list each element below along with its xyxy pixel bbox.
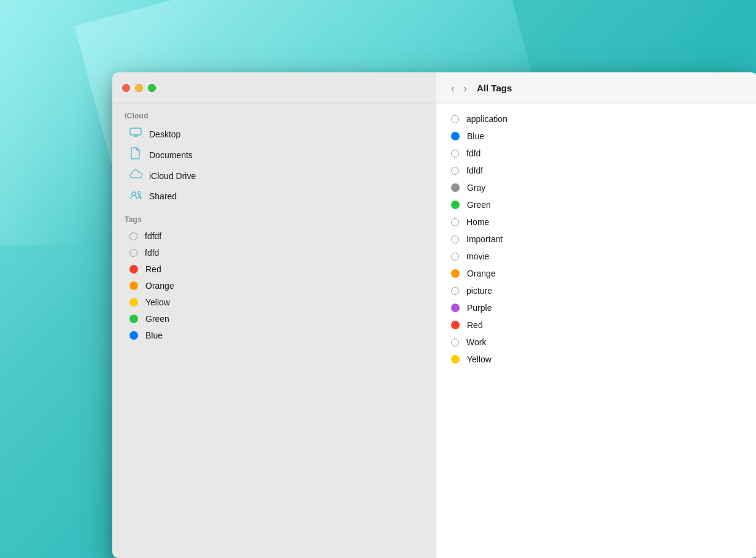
tag-item-movie[interactable]: movie bbox=[436, 248, 756, 265]
all-tags-list: application Blue fdfd fdfdf Gray bbox=[436, 104, 756, 558]
tag-dot-fdfdf-main bbox=[451, 167, 459, 175]
tag-dot-green-main bbox=[451, 201, 460, 209]
tag-item-gray[interactable]: Gray bbox=[436, 179, 756, 196]
sidebar-tag-orange-label: Orange bbox=[145, 281, 174, 291]
titlebar-main: ‹ › All Tags bbox=[436, 72, 756, 104]
tag-label-work: Work bbox=[466, 337, 486, 347]
tag-item-work[interactable]: Work bbox=[436, 334, 756, 351]
sidebar-item-icloud-label: iCloud Drive bbox=[149, 171, 196, 181]
minimize-button[interactable] bbox=[135, 84, 143, 92]
svg-point-3 bbox=[138, 192, 141, 195]
close-button[interactable] bbox=[122, 84, 130, 92]
tag-item-fdfdf[interactable]: fdfdf bbox=[436, 162, 756, 179]
tag-dot-work bbox=[451, 338, 459, 346]
sidebar-tag-fdfdf-label: fdfdf bbox=[145, 231, 161, 241]
svg-rect-1 bbox=[134, 136, 137, 137]
titlebar-sidebar bbox=[112, 72, 436, 104]
sidebar-item-shared[interactable]: $ Shared bbox=[117, 186, 431, 206]
documents-icon bbox=[129, 147, 142, 162]
tag-dot-orange bbox=[129, 281, 138, 290]
sidebar-tag-yellow[interactable]: Yellow bbox=[117, 294, 431, 310]
maximize-button[interactable] bbox=[148, 84, 156, 92]
tag-label-purple: Purple bbox=[467, 303, 492, 313]
tag-label-home: Home bbox=[466, 217, 489, 227]
tag-dot-application bbox=[451, 115, 459, 123]
tag-item-red[interactable]: Red bbox=[436, 316, 756, 334]
tag-label-application: application bbox=[466, 114, 507, 124]
sidebar-item-desktop-label: Desktop bbox=[149, 129, 180, 139]
back-button[interactable]: ‹ bbox=[449, 82, 457, 95]
tag-item-fdfd[interactable]: fdfd bbox=[436, 145, 756, 162]
tag-label-yellow: Yellow bbox=[467, 354, 492, 364]
desktop-icon bbox=[129, 128, 142, 140]
icloud-drive-icon bbox=[129, 169, 142, 182]
sidebar-item-documents-label: Documents bbox=[149, 150, 193, 160]
tag-label-movie: movie bbox=[466, 251, 489, 261]
sidebar-tag-fdfdf[interactable]: fdfdf bbox=[117, 228, 431, 244]
tag-label-green: Green bbox=[467, 200, 491, 210]
tag-dot-yellow-main bbox=[451, 355, 460, 364]
sidebar-tag-blue[interactable]: Blue bbox=[117, 327, 431, 343]
sidebar-tag-red[interactable]: Red bbox=[117, 261, 431, 277]
finder-window: ‹ › All Tags iCloud Desktop bbox=[112, 72, 756, 558]
tag-label-gray: Gray bbox=[467, 183, 485, 193]
tag-item-purple[interactable]: Purple bbox=[436, 299, 756, 316]
tag-item-important[interactable]: Important bbox=[436, 231, 756, 248]
tag-dot-fdfd-main bbox=[451, 150, 459, 158]
tag-dot-picture bbox=[451, 287, 459, 295]
sidebar: iCloud Desktop Documen bbox=[112, 104, 436, 558]
nav-buttons: ‹ › bbox=[449, 82, 469, 95]
svg-rect-0 bbox=[130, 128, 141, 135]
tag-dot-fdfdf bbox=[129, 232, 137, 240]
titlebar: ‹ › All Tags bbox=[112, 72, 756, 104]
tag-dot-red-main bbox=[451, 321, 460, 329]
tag-label-orange: Orange bbox=[467, 269, 496, 278]
sidebar-tag-red-label: Red bbox=[145, 264, 161, 274]
tag-dot-fdfd bbox=[129, 249, 137, 257]
sidebar-tag-blue-label: Blue bbox=[145, 331, 163, 340]
tag-dot-purple bbox=[451, 304, 460, 312]
tag-label-fdfdf: fdfdf bbox=[466, 166, 483, 175]
tag-dot-important bbox=[451, 235, 459, 243]
svg-point-2 bbox=[132, 192, 136, 196]
sidebar-tag-yellow-label: Yellow bbox=[145, 297, 170, 307]
window-content: iCloud Desktop Documen bbox=[112, 104, 756, 558]
sidebar-item-icloud-drive[interactable]: iCloud Drive bbox=[117, 166, 431, 185]
tag-item-green[interactable]: Green bbox=[436, 196, 756, 213]
tag-label-fdfd: fdfd bbox=[466, 148, 480, 158]
icloud-section-label: iCloud bbox=[112, 109, 436, 124]
tag-dot-blue bbox=[129, 331, 138, 340]
sidebar-tag-fdfd-label: fdfd bbox=[145, 248, 159, 258]
tag-item-application[interactable]: application bbox=[436, 110, 756, 128]
forward-button[interactable]: › bbox=[461, 82, 469, 95]
sidebar-tag-green-label: Green bbox=[145, 314, 169, 324]
tag-label-important: Important bbox=[466, 234, 503, 244]
tag-dot-red bbox=[129, 265, 138, 273]
sidebar-item-shared-label: Shared bbox=[149, 191, 177, 201]
tag-item-blue[interactable]: Blue bbox=[436, 128, 756, 145]
tag-item-picture[interactable]: picture bbox=[436, 282, 756, 299]
tag-dot-orange-main bbox=[451, 269, 460, 278]
tag-dot-home bbox=[451, 218, 459, 226]
tag-label-picture: picture bbox=[466, 286, 492, 296]
tag-label-red: Red bbox=[467, 320, 483, 330]
sidebar-tag-green[interactable]: Green bbox=[117, 311, 431, 327]
tag-dot-yellow bbox=[129, 298, 138, 307]
tag-dot-gray bbox=[451, 183, 460, 192]
tag-dot-movie bbox=[451, 253, 459, 261]
sidebar-item-desktop[interactable]: Desktop bbox=[117, 124, 431, 143]
tags-section-label: Tags bbox=[112, 207, 436, 227]
sidebar-item-documents[interactable]: Documents bbox=[117, 144, 431, 166]
sidebar-tag-fdfd[interactable]: fdfd bbox=[117, 245, 431, 261]
tag-item-orange[interactable]: Orange bbox=[436, 265, 756, 282]
tag-dot-blue-main bbox=[451, 132, 460, 140]
window-title: All Tags bbox=[477, 83, 512, 93]
tag-item-home[interactable]: Home bbox=[436, 213, 756, 231]
sidebar-tag-orange[interactable]: Orange bbox=[117, 278, 431, 294]
shared-icon: $ bbox=[129, 189, 142, 203]
tag-label-blue: Blue bbox=[467, 131, 484, 141]
traffic-lights bbox=[122, 84, 156, 92]
tag-item-yellow[interactable]: Yellow bbox=[436, 351, 756, 368]
tag-dot-green bbox=[129, 315, 138, 323]
